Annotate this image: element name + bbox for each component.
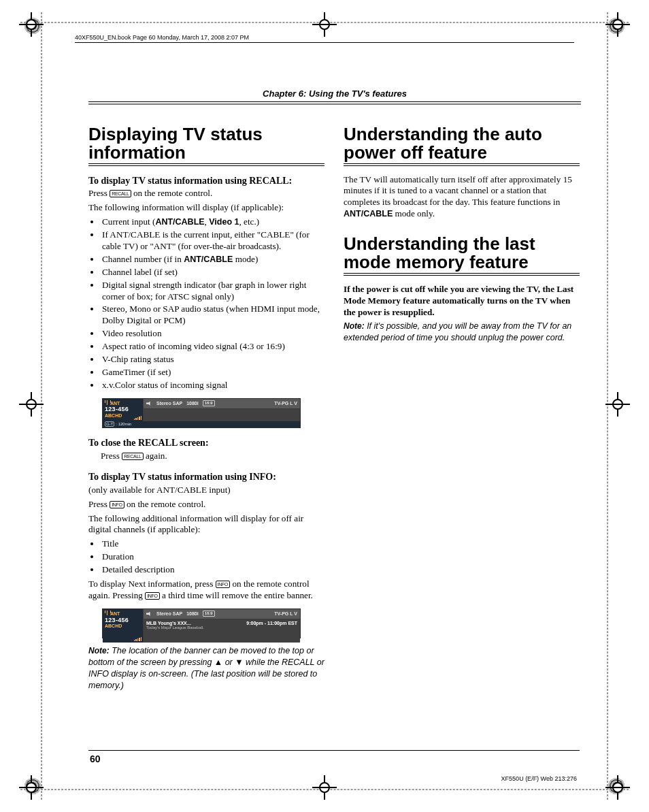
list-item: Current input (ANT/CABLE, Video 1, etc.) bbox=[101, 216, 324, 228]
list-item: Digital signal strength indicator (bar g… bbox=[101, 280, 324, 303]
osd-program-title: MLB Young's XXX... bbox=[146, 621, 191, 626]
page-number: 60 bbox=[90, 753, 101, 764]
osd-channel-number: 123-456 bbox=[105, 617, 141, 624]
paragraph: (only available for ANT/CABLE input) bbox=[88, 485, 324, 496]
chapter-heading: Chapter 6: Using the TV's features bbox=[88, 88, 581, 105]
gametimer-badge-icon: G-T bbox=[105, 421, 114, 427]
registration-mark-icon bbox=[315, 15, 334, 34]
subheading-close-recall: To close the RECALL screen: bbox=[88, 438, 324, 449]
antenna-icon bbox=[105, 400, 110, 405]
osd-resolution: 1080i bbox=[186, 401, 199, 406]
osd-program-time: 9:00pm - 11:00pm EST bbox=[246, 621, 297, 626]
running-head-text: 40XF550U_EN.book Page 60 Monday, March 1… bbox=[75, 34, 249, 41]
list-item: Detailed description bbox=[101, 564, 324, 576]
info-keycap-icon: INFO bbox=[110, 501, 124, 508]
crop-mark bbox=[41, 12, 42, 800]
osd-aspect: 16:9 bbox=[203, 611, 215, 617]
registration-mark-icon bbox=[22, 778, 41, 797]
bullet-list-info: Title Duration Detailed description bbox=[88, 538, 324, 576]
section-heading-display-status: Displaying TV status information bbox=[88, 125, 324, 166]
list-item: x.v.Color status of incoming signal bbox=[101, 380, 324, 391]
speaker-icon bbox=[146, 402, 152, 406]
note-paragraph: Note: If it's possible, and you will be … bbox=[344, 321, 580, 344]
note-body: The location of the banner can be moved … bbox=[88, 646, 324, 690]
footer-right-text: XF550U (E/F) Web 213:276 bbox=[501, 775, 577, 782]
registration-mark-icon bbox=[315, 778, 334, 797]
paragraph: To display Next information, press INFO … bbox=[88, 579, 324, 602]
list-item: Video resolution bbox=[101, 328, 324, 340]
recall-keycap-icon: RECALL bbox=[110, 190, 131, 197]
chapter-heading-text: Chapter 6: Using the TV's features bbox=[263, 88, 407, 99]
osd-header: ANT 123-456 ABCHD Stereo SAP 1080i 16:9 … bbox=[103, 609, 300, 631]
paragraph: The TV will automatically turn itself of… bbox=[344, 174, 580, 221]
osd-channel-box: ANT 123-456 ABCHD bbox=[103, 609, 144, 643]
osd-footer: G-T : 120min bbox=[103, 421, 300, 428]
osd-header: ANT 123-456 ABCHD Stereo SAP 1080i 16:9 … bbox=[103, 399, 300, 421]
list-item: Channel label (if set) bbox=[101, 267, 324, 278]
paragraph: Press RECALL on the remote control. bbox=[88, 188, 324, 199]
list-item: Duration bbox=[101, 551, 324, 563]
note-paragraph: Note: The location of the banner can be … bbox=[88, 645, 324, 692]
osd-right-stack: Stereo SAP 1080i 16:9 TV-PG L V bbox=[144, 399, 300, 421]
info-keycap-icon: INFO bbox=[216, 581, 231, 588]
subheading-recall: To display TV status information using R… bbox=[88, 176, 324, 187]
bold-paragraph: If the power is cut off while you are vi… bbox=[344, 284, 573, 317]
osd-status-bar: Stereo SAP 1080i 16:9 TV-PG L V bbox=[144, 399, 300, 409]
osd-aspect: 16:9 bbox=[203, 400, 215, 406]
body-columns: Displaying TV status information To disp… bbox=[88, 125, 580, 694]
osd-body: MLB Young's XXX... 9:00pm - 11:00pm EST … bbox=[144, 619, 300, 643]
registration-mark-icon bbox=[608, 15, 627, 34]
note-label: Note: bbox=[344, 321, 365, 331]
subheading-info: To display TV status information using I… bbox=[88, 472, 324, 483]
osd-resolution: 1080i bbox=[186, 611, 199, 617]
left-column: Displaying TV status information To disp… bbox=[88, 125, 324, 694]
list-item: If ANT/CABLE is the current input, eithe… bbox=[101, 229, 324, 253]
osd-rating: TV-PG L V bbox=[274, 611, 297, 617]
document-page: 40XF550U_EN.book Page 60 Monday, March 1… bbox=[0, 0, 649, 812]
list-item: GameTimer (if set) bbox=[101, 367, 324, 378]
bullet-list-recall-info: Current input (ANT/CABLE, Video 1, etc.)… bbox=[88, 216, 324, 391]
speaker-icon bbox=[146, 612, 152, 616]
section-heading-auto-power-off: Understanding the auto power off feature bbox=[344, 125, 580, 166]
osd-source: ANT bbox=[110, 611, 120, 616]
osd-gametimer: : 120min bbox=[116, 422, 131, 427]
registration-mark-icon bbox=[608, 395, 627, 414]
paragraph: The following additional information wil… bbox=[88, 513, 324, 536]
osd-program-title-row: MLB Young's XXX... 9:00pm - 11:00pm EST bbox=[146, 621, 297, 626]
osd-program-desc: Today's Major League Baseball. bbox=[146, 626, 297, 630]
osd-banner-recall: ANT 123-456 ABCHD Stereo SAP 1080i 16:9 … bbox=[102, 398, 301, 429]
list-item: Aspect ratio of incoming video signal (4… bbox=[101, 341, 324, 353]
right-column: Understanding the auto power off feature… bbox=[344, 125, 580, 694]
osd-channel-label: ABCHD bbox=[105, 623, 141, 629]
osd-banner-info: ANT 123-456 ABCHD Stereo SAP 1080i 16:9 … bbox=[102, 608, 301, 639]
note-label: Note: bbox=[88, 646, 110, 655]
osd-right-stack: Stereo SAP 1080i 16:9 TV-PG L V MLB Youn… bbox=[144, 609, 300, 643]
running-head: 40XF550U_EN.book Page 60 Monday, March 1… bbox=[75, 34, 574, 43]
registration-mark-icon bbox=[22, 395, 41, 414]
osd-audio: Stereo SAP bbox=[156, 401, 182, 406]
osd-body bbox=[144, 409, 300, 421]
list-item: Title bbox=[101, 538, 324, 550]
recall-keycap-icon: RECALL bbox=[122, 453, 143, 460]
osd-audio: Stereo SAP bbox=[156, 611, 182, 617]
list-item: V-Chip rating status bbox=[101, 354, 324, 366]
registration-mark-icon bbox=[22, 15, 41, 34]
antenna-icon bbox=[105, 611, 110, 615]
signal-strength-icon bbox=[134, 416, 142, 420]
note-body: If it's possible, and you will be away f… bbox=[344, 321, 571, 342]
paragraph: The following information will display (… bbox=[88, 202, 324, 214]
paragraph: Press INFO on the remote control. bbox=[88, 499, 324, 510]
footer-rule bbox=[88, 750, 580, 751]
osd-status-bar: Stereo SAP 1080i 16:9 TV-PG L V bbox=[144, 609, 300, 619]
osd-channel-number: 123-456 bbox=[105, 406, 141, 413]
paragraph: If the power is cut off while you are vi… bbox=[344, 284, 580, 319]
registration-mark-icon bbox=[608, 778, 627, 797]
osd-source: ANT bbox=[110, 401, 120, 406]
signal-strength-icon bbox=[134, 637, 142, 641]
list-item: Channel number (if in ANT/CABLE mode) bbox=[101, 254, 324, 265]
paragraph: Press RECALL again. bbox=[101, 451, 324, 462]
osd-channel-box: ANT 123-456 ABCHD bbox=[103, 399, 144, 421]
info-keycap-icon: INFO bbox=[145, 592, 160, 600]
osd-rating: TV-PG L V bbox=[274, 401, 297, 406]
section-heading-last-mode: Understanding the last mode memory featu… bbox=[344, 235, 580, 276]
